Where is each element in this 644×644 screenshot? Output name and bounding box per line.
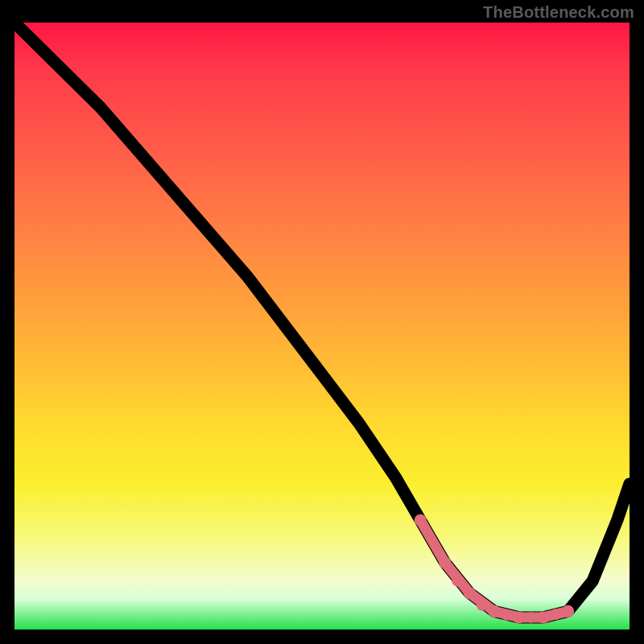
highlight-dot [415,514,427,526]
watermark-text: TheBottleneck.com [483,3,634,22]
highlight-dot [439,557,451,569]
highlight-dot [513,611,525,623]
highlight-dot [464,587,476,599]
highlight-dot [477,600,488,611]
highlight-dot [550,609,561,620]
highlight-dot [562,605,574,617]
series-curve [14,23,630,617]
chart-svg [14,23,630,630]
highlight-dot [526,612,537,623]
highlight-dots [415,514,575,624]
highlight-dot [537,611,549,623]
highlight-dot [452,576,463,587]
plot-area [14,23,630,630]
highlight-dot [501,609,512,621]
highlight-dot [488,605,500,617]
stage: TheBottleneck.com [0,0,644,644]
